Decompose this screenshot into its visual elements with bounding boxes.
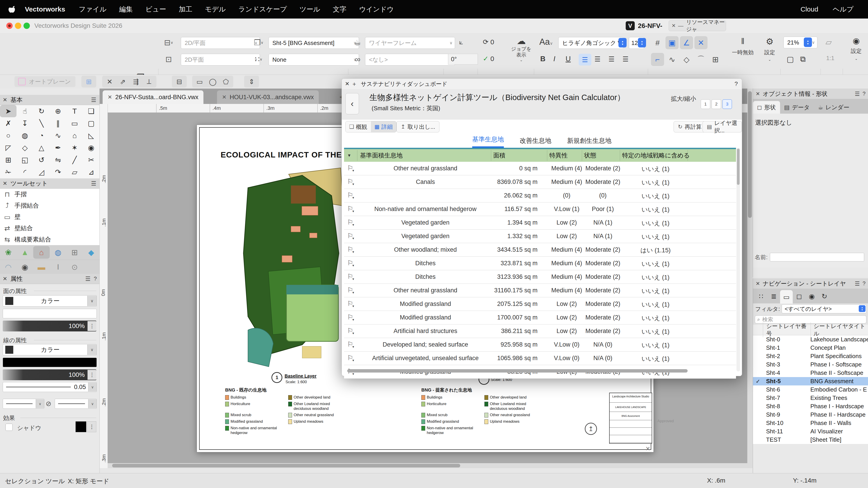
basic-tool[interactable]: ✒ [50, 142, 66, 154]
close-icon[interactable]: ✕ [672, 23, 676, 29]
basic-tool[interactable]: ⊕ [50, 105, 66, 117]
overview-segment[interactable]: ❑ 概観 [346, 121, 371, 132]
mode-icon[interactable]: ⇗ [116, 76, 129, 87]
close-icon[interactable]: ✕ [345, 80, 349, 87]
plane-mode-dropdown[interactable]: 2D/平面 [181, 37, 260, 49]
render-style-dropdown[interactable]: <なし> [365, 54, 455, 66]
fit-page-button[interactable]: ▢ [786, 55, 794, 64]
snap-settings-button[interactable]: ⚙ 設定 ⌄ [760, 37, 780, 62]
toolset-category-icon[interactable]: ▲ [17, 246, 33, 259]
canvas-horizontal-scrollbar[interactable] [107, 463, 747, 468]
toolset-category-icon[interactable]: ◉ [17, 261, 33, 273]
line-type-dropdown[interactable]: ∨ [3, 399, 44, 409]
basic-tool[interactable]: ↷ [50, 166, 66, 178]
line-opacity-slider[interactable]: 100% ⋮ [3, 369, 96, 380]
navigation-mode-icon[interactable]: ▭ [780, 290, 793, 304]
align-left-button[interactable]: ☰ [579, 54, 591, 66]
close-window-button[interactable] [6, 23, 13, 29]
snap-toggle[interactable]: ⌒ [694, 53, 708, 66]
column-area[interactable]: 面積 [493, 151, 505, 160]
render-teapot-icon[interactable]: ☕ [351, 37, 364, 48]
detail-segment[interactable]: ▦ 詳細 [371, 121, 397, 132]
flag-icon[interactable]: ⚐▾ [347, 259, 355, 267]
flag-icon[interactable]: ⚐▾ [347, 205, 355, 213]
habitat-row[interactable]: ⚐▾ 26.062 sq m (0) (0) いいえ (1) [344, 189, 736, 202]
habitat-row[interactable]: ⚐▾ Vegetated garden 1.332 sq m Low (2) N… [344, 230, 736, 243]
page-size-button[interactable]: 3 [722, 99, 732, 109]
column-strategic[interactable]: 特定の地域戦略に含める [622, 151, 690, 160]
more-icon[interactable]: ⋮ [88, 321, 96, 331]
line-style-dropdown[interactable]: カラー ∨ [3, 344, 97, 355]
flag-icon[interactable]: ⚐▾ [347, 218, 355, 226]
flag-icon[interactable]: ⚐▾ [347, 327, 355, 335]
help-icon[interactable]: ? [863, 91, 866, 97]
toolset-item[interactable]: ▭ 壁 [0, 211, 99, 223]
layer-plane-icon[interactable]: ⊟∨ [162, 37, 176, 48]
mode-icon[interactable]: ⟂ [143, 76, 156, 87]
object-info-tab[interactable]: ◻ 形状 [753, 101, 780, 113]
font-size-stepper[interactable]: ▴▾ [638, 38, 646, 47]
name-field[interactable] [770, 253, 864, 261]
zoom-window-button[interactable] [24, 23, 30, 29]
toolset-item[interactable]: ⊓ 手摺 [0, 189, 99, 200]
help-icon[interactable]: ? [863, 281, 866, 287]
basic-tool[interactable]: ✂ [83, 154, 99, 166]
snap-toggle[interactable]: ✕ [694, 36, 708, 49]
flag-icon[interactable]: ⚐▾ [347, 191, 355, 199]
render-mode-dropdown[interactable]: ワイヤーフレーム [365, 37, 455, 49]
minimize-icon[interactable]: ― [678, 23, 683, 29]
menu-model[interactable]: モデル [205, 5, 226, 14]
toolset-item[interactable]: ⇆ 構成要素結合 [0, 234, 99, 245]
toolset-category-icon[interactable]: ◆ [83, 246, 99, 259]
habitat-row[interactable]: ⚐▾ Other neutral grassland 31160.175 sq … [344, 284, 736, 297]
text-style-button[interactable]: Aa∨ [539, 37, 553, 47]
menu-edit[interactable]: 編集 [119, 5, 133, 14]
marker-dropdown[interactable]: ∨ [55, 399, 97, 409]
habitat-tab[interactable]: 新規創生生息地 [567, 136, 612, 148]
basic-tool[interactable]: ▭ [66, 117, 83, 129]
help-icon[interactable]: ? [94, 275, 97, 282]
marquee-mode-icon[interactable]: ⬠ [219, 76, 232, 87]
snap-toggle[interactable]: ∿ [665, 53, 679, 66]
resource-manager-tab[interactable]: ✕ ― リソースマネージャ [669, 20, 726, 31]
habitat-row[interactable]: ⚐▾ Other neutral grassland 0 sq m Medium… [344, 162, 736, 175]
underline-button[interactable]: U [565, 55, 571, 63]
render-style-glasses-icon[interactable]: ∞ [351, 53, 364, 65]
sort-indicator-icon[interactable]: ▼ [347, 153, 351, 158]
menu-help[interactable]: ヘルプ [833, 5, 854, 14]
basic-tool[interactable]: ◜ [17, 166, 33, 178]
flag-icon[interactable]: ⚐▾ [347, 300, 355, 307]
sheet-layer-row[interactable]: ✓ Sht-5 BNG Assesment [753, 377, 868, 385]
sheet-list-header[interactable]: シートレイヤ番号 シートレイヤタイトル [753, 325, 868, 335]
column-sheet-number[interactable]: シートレイヤ番号 [763, 322, 811, 337]
menu-tools[interactable]: ツール [300, 5, 320, 14]
page-size-button[interactable]: 1 [701, 99, 710, 109]
basic-tool[interactable]: ⊞ [0, 154, 17, 166]
navigation-mode-icon[interactable]: ◉ [805, 290, 818, 302]
habitat-row[interactable]: ⚐▾ Ditches 323.871 sq m Medium (4) Moder… [344, 257, 736, 270]
sheet-layer-row[interactable]: ✓ Sht-2 Plant Specifications [753, 352, 868, 360]
basic-tool[interactable]: ☝ [17, 105, 33, 117]
sheet-layer-row[interactable]: ✓ Sht-3 Phase I - Softscape [753, 360, 868, 369]
mode-icon[interactable]: ⇕ [245, 76, 258, 87]
menu-view[interactable]: ビュー [145, 5, 166, 14]
sheet-layer-row[interactable]: ✓ Sht-8 Phase I - Hardscape [753, 402, 868, 411]
basic-tool[interactable]: ↧ [17, 117, 33, 129]
column-habitat[interactable]: 基準面積生息地 [360, 151, 403, 160]
basic-tool[interactable]: ✶ [66, 142, 83, 154]
flag-icon[interactable]: ⚐▾ [347, 354, 355, 362]
line-weight-dropdown[interactable]: 0.05 ∨ [3, 382, 97, 392]
snap-toggle[interactable]: ⌐ [651, 53, 664, 66]
toolset-category-icon[interactable]: Ｉ [50, 261, 66, 273]
close-icon[interactable]: ✕ [3, 97, 7, 103]
menu-icon[interactable]: ☰ [85, 275, 90, 283]
mode-icon[interactable]: ✕ [103, 76, 116, 87]
basic-tool[interactable]: ⊿ [83, 166, 99, 178]
menu-icon[interactable]: ☰ [855, 281, 860, 287]
toolset-category-icon[interactable]: ⊞ [66, 246, 83, 259]
toolset-category-icon[interactable]: ◠ [0, 261, 17, 273]
sheet-layer-row[interactable]: ✓ Sht-6 Embodied Carbon - E [753, 385, 868, 394]
align-justify-button[interactable]: ☰ [622, 55, 629, 63]
sheet-layer-row[interactable]: ✓ Sht-7 Existing Trees [753, 394, 868, 402]
basic-tool[interactable]: ◸ [0, 142, 17, 154]
